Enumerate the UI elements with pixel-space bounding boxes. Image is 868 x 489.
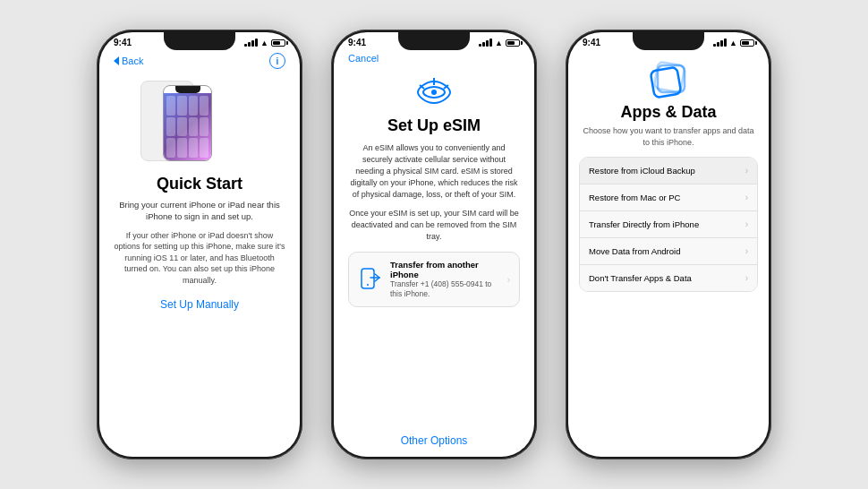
- signal-icon: [244, 39, 258, 47]
- menu-item-no-transfer-label: Don't Transfer Apps & Data: [589, 273, 692, 283]
- battery-icon-3: [740, 39, 754, 47]
- esim-desc2: Once your eSIM is set up, your SIM card …: [348, 208, 520, 243]
- back-button[interactable]: Back: [114, 56, 143, 66]
- status-bar-2: 9:41 ▲: [334, 32, 534, 49]
- phone-2: 9:41 ▲ Cancel: [331, 30, 537, 459]
- menu-chevron-icon-1: ›: [745, 166, 748, 176]
- svg-point-0: [431, 90, 437, 95]
- info-button[interactable]: i: [269, 53, 285, 69]
- apps-data-logo: [579, 56, 758, 99]
- notch-3: [633, 32, 704, 50]
- svg-point-5: [367, 284, 369, 286]
- time-1: 9:41: [114, 38, 132, 47]
- quick-start-title: Quick Start: [114, 175, 285, 193]
- menu-chevron-icon-3: ›: [745, 219, 748, 229]
- quick-start-desc1: Bring your current iPhone or iPad near t…: [114, 199, 285, 223]
- menu-item-no-transfer[interactable]: Don't Transfer Apps & Data ›: [580, 265, 757, 291]
- status-icons-1: ▲: [244, 39, 285, 47]
- menu-chevron-icon-2: ›: [745, 193, 748, 202]
- wifi-icon-3: ▲: [729, 39, 737, 47]
- status-bar-1: 9:41 ▲: [99, 32, 300, 49]
- phone-1: 9:41 ▲ Back: [97, 30, 302, 459]
- transfer-text: Transfer from another iPhone Transfer +1…: [390, 260, 500, 299]
- apps-data-title: Apps & Data: [579, 103, 758, 122]
- illus-notch: [175, 86, 200, 93]
- signal-icon-2: [479, 39, 492, 47]
- transfer-options-list: Restore from iCloud Backup › Restore fro…: [579, 157, 758, 292]
- menu-chevron-icon-5: ›: [745, 273, 748, 283]
- menu-item-icloud[interactable]: Restore from iCloud Backup ›: [580, 158, 757, 184]
- esim-title: Set Up eSIM: [348, 116, 520, 135]
- menu-item-android[interactable]: Move Data from Android ›: [580, 238, 757, 265]
- setup-manually-button[interactable]: Set Up Manually: [160, 298, 239, 311]
- wifi-icon: ▲: [260, 39, 268, 47]
- cancel-button[interactable]: Cancel: [348, 49, 520, 71]
- time-2: 9:41: [348, 38, 366, 47]
- battery-icon: [271, 39, 285, 47]
- quick-start-illustration: Hello: [114, 76, 285, 175]
- wifi-icon-2: ▲: [495, 39, 503, 47]
- status-icons-3: ▲: [713, 39, 754, 47]
- menu-item-mac[interactable]: Restore from Mac or PC ›: [580, 184, 757, 211]
- phone-3: 9:41 ▲: [566, 30, 771, 459]
- esim-desc1: An eSIM allows you to conveniently and s…: [348, 142, 520, 201]
- transfer-card-subtitle: Transfer +1 (408) 555-0941 to this iPhon…: [390, 279, 500, 299]
- signal-icon-3: [713, 39, 727, 47]
- illus-screen: [164, 93, 211, 160]
- esim-icon: [348, 78, 520, 113]
- time-3: 9:41: [583, 38, 600, 47]
- chevron-left-icon: [114, 56, 119, 65]
- transfer-card-title: Transfer from another iPhone: [390, 260, 500, 279]
- battery-icon-2: [506, 39, 520, 47]
- quick-start-desc2: If your other iPhone or iPad doesn't sho…: [114, 230, 285, 287]
- menu-item-icloud-label: Restore from iCloud Backup: [589, 166, 695, 176]
- menu-item-mac-label: Restore from Mac or PC: [589, 193, 680, 202]
- transfer-chevron-icon: ›: [507, 275, 510, 285]
- notch-1: [164, 32, 235, 50]
- menu-item-transfer-label: Transfer Directly from iPhone: [589, 219, 699, 229]
- notch-2: [398, 32, 470, 50]
- back-label: Back: [122, 56, 143, 66]
- transfer-phone-icon: [358, 267, 383, 292]
- transfer-card[interactable]: Transfer from another iPhone Transfer +1…: [348, 252, 520, 307]
- menu-item-android-label: Move Data from Android: [589, 246, 680, 256]
- menu-item-transfer[interactable]: Transfer Directly from iPhone ›: [580, 211, 757, 238]
- status-icons-2: ▲: [479, 39, 520, 47]
- iphone-front: [163, 85, 212, 161]
- apps-data-desc: Choose how you want to transfer apps and…: [579, 125, 758, 148]
- other-options-button[interactable]: Other Options: [401, 434, 468, 447]
- info-icon: i: [277, 56, 279, 66]
- menu-chevron-icon-4: ›: [745, 246, 748, 256]
- status-bar-3: 9:41 ▲: [568, 32, 769, 49]
